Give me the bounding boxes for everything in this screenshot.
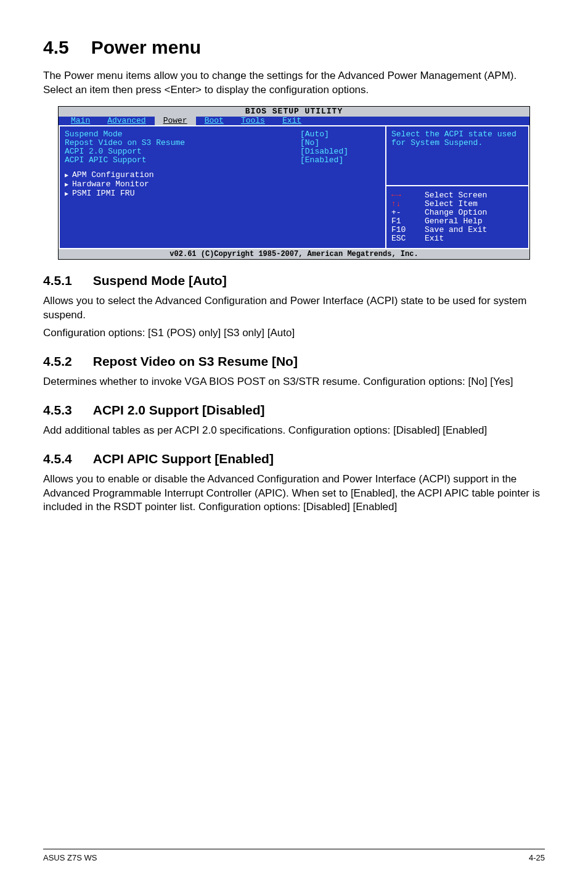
bios-key-desc: General Help (425, 217, 483, 226)
subsection-title: Repost Video on S3 Resume [No] (93, 354, 298, 369)
bios-row-apic[interactable]: ACPI APIC Support [Enabled] (65, 156, 380, 165)
bios-key-row: ESC Exit (391, 234, 523, 243)
subsection-452-heading: 4.5.2 Repost Video on S3 Resume [No] (43, 354, 545, 369)
subsection-title: Suspend Mode [Auto] (93, 273, 227, 288)
bios-key-desc: Save and Exit (425, 226, 487, 234)
subsection-number: 4.5.3 (43, 403, 72, 418)
bios-row-value: [Enabled] (300, 156, 380, 165)
bios-key-desc: Select Screen (425, 191, 487, 200)
bios-row-label: ACPI APIC Support (65, 156, 300, 165)
bios-key-desc: Select Item (425, 200, 478, 208)
bios-row-acpi20[interactable]: ACPI 2.0 Support [Disabled] (65, 147, 380, 156)
bios-tab-tools[interactable]: Tools (232, 117, 274, 125)
footer-right: 4-25 (529, 853, 545, 862)
bios-row-suspend[interactable]: Suspend Mode [Auto] (65, 130, 380, 139)
bios-tab-power[interactable]: Power (155, 117, 196, 125)
bios-title: BIOS SETUP UTILITY (59, 107, 529, 117)
bios-key-key: +- (391, 208, 425, 217)
bios-key-key: F1 (391, 217, 425, 226)
arrows-vertical-icon: ↑↓ (391, 200, 405, 208)
bios-tab-boot[interactable]: Boot (196, 117, 232, 125)
bios-row-label: Repost Video on S3 Resume (65, 139, 300, 147)
bios-key-row: +- Change Option (391, 208, 523, 217)
bios-row-value: [Auto] (300, 130, 380, 139)
bios-key-key: F10 (391, 226, 425, 234)
bios-submenu-apm[interactable]: APM Configuration (65, 171, 380, 180)
subsection-number: 4.5.2 (43, 354, 72, 369)
bios-right-pane: Select the ACPI state used for System Su… (386, 126, 529, 249)
bios-left-pane: Suspend Mode [Auto] Repost Video on S3 R… (59, 126, 386, 249)
subsection-452-para1: Determines whether to invoke VGA BIOS PO… (43, 375, 545, 389)
bios-row-repost[interactable]: Repost Video on S3 Resume [No] (65, 139, 380, 147)
footer-left: ASUS Z7S WS (43, 853, 97, 862)
bios-key-key: ESC (391, 234, 425, 243)
page-footer: ASUS Z7S WS 4-25 (43, 849, 545, 862)
bios-tab-exit[interactable]: Exit (274, 117, 310, 125)
bios-key-row: ←→ Select Screen (391, 191, 523, 200)
bios-key-row: ↑↓ Select Item (391, 200, 523, 208)
bios-menubar: Main Advanced Power Boot Tools Exit (59, 117, 529, 125)
arrows-horizontal-icon: ←→ (391, 191, 405, 200)
bios-key-row: F1 General Help (391, 217, 523, 226)
bios-footer: v02.61 (C)Copyright 1985-2007, American … (59, 249, 529, 259)
subsection-451-para1: Allows you to select the Advanced Config… (43, 294, 545, 323)
bios-tab-advanced[interactable]: Advanced (99, 117, 154, 125)
bios-keys: ←→ Select Screen ↑↓ Select Item +- Chang… (386, 186, 528, 248)
bios-key-desc: Change Option (425, 208, 487, 217)
bios-help-text: Select the ACPI state used for System Su… (386, 126, 528, 186)
bios-submenu-psmi[interactable]: PSMI IPMI FRU (65, 189, 380, 199)
subsection-454-heading: 4.5.4 ACPI APIC Support [Enabled] (43, 452, 545, 466)
subsection-title: ACPI 2.0 Support [Disabled] (93, 403, 265, 418)
page-heading: 4.5 Power menu (43, 37, 545, 58)
subsection-454-para1: Allows you to enable or disable the Adva… (43, 472, 545, 515)
bios-submenu-hardware[interactable]: Hardware Monitor (65, 180, 380, 189)
subsection-453-para1: Add additional tables as per ACPI 2.0 sp… (43, 424, 545, 438)
bios-key-row: F10 Save and Exit (391, 226, 523, 234)
heading-title: Power menu (91, 37, 201, 58)
intro-paragraph: The Power menu items allow you to change… (43, 69, 545, 97)
subsection-451-para2: Configuration options: [S1 (POS) only] [… (43, 326, 545, 340)
subsection-number: 4.5.1 (43, 273, 72, 288)
subsection-451-heading: 4.5.1 Suspend Mode [Auto] (43, 273, 545, 288)
bios-screenshot: BIOS SETUP UTILITY Main Advanced Power B… (58, 106, 530, 260)
heading-number: 4.5 (43, 37, 69, 58)
subsection-453-heading: 4.5.3 ACPI 2.0 Support [Disabled] (43, 403, 545, 418)
bios-tab-main[interactable]: Main (62, 117, 99, 125)
bios-key-desc: Exit (425, 234, 444, 243)
subsection-title: ACPI APIC Support [Enabled] (93, 452, 274, 466)
subsection-number: 4.5.4 (43, 452, 72, 466)
bios-row-value: [No] (300, 139, 380, 147)
bios-row-value: [Disabled] (300, 147, 380, 156)
bios-row-label: Suspend Mode (65, 130, 300, 139)
bios-row-label: ACPI 2.0 Support (65, 147, 300, 156)
